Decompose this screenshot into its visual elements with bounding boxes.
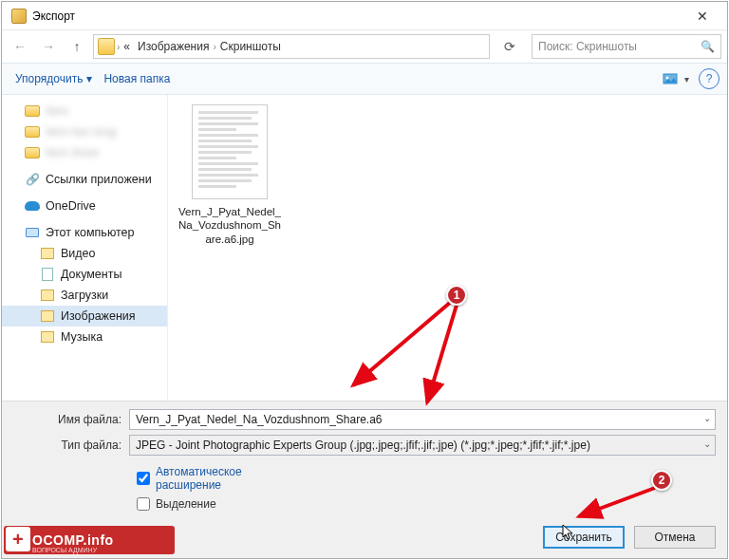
sidebar-item-video[interactable]: Видео [2, 243, 167, 264]
help-button[interactable]: ? [699, 68, 720, 89]
documents-icon [40, 267, 55, 282]
music-icon [40, 329, 55, 345]
cursor-icon [562, 524, 575, 543]
refresh-button[interactable]: ⟳ [497, 34, 522, 59]
cancel-button[interactable]: Отмена [634, 526, 716, 549]
annotation-marker-2: 2 [651, 470, 672, 491]
sidebar: Item Item two long Item three 🔗Ссылки пр… [2, 95, 168, 401]
checkbox-label: Автоматическое расширение [156, 465, 260, 492]
auto-extension-checkbox[interactable]: Автоматическое расширение [137, 465, 716, 492]
sidebar-item-this-pc[interactable]: Этот компьютер [2, 222, 167, 243]
sidebar-item-label: Загрузки [61, 289, 108, 302]
link-icon: 🔗 [25, 172, 40, 187]
search-input[interactable]: Поиск: Скриншоты 🔍 [532, 34, 721, 59]
sidebar-item-music[interactable]: Музыка [2, 327, 167, 347]
new-folder-label: Новая папка [103, 72, 170, 85]
sidebar-item-label: Видео [61, 247, 96, 260]
sidebar-item-label: Изображения [61, 309, 136, 323]
file-pane[interactable]: Vern_J_Pyat_Nedel_Na_Vozdushnom_Share.a6… [168, 95, 727, 401]
downloads-icon [40, 288, 55, 303]
checkbox-input[interactable] [137, 472, 150, 485]
button-label: Отмена [654, 531, 695, 544]
sidebar-item-onedrive[interactable]: OneDrive [2, 196, 167, 216]
pictures-icon [40, 308, 55, 324]
checkbox-label: Выделение [156, 497, 216, 511]
sidebar-item-app-links[interactable]: 🔗Ссылки приложени [2, 169, 167, 190]
chevron-down-icon[interactable]: ⌄ [703, 413, 711, 423]
search-placeholder: Поиск: Скриншоты [538, 40, 637, 53]
picture-icon [663, 71, 678, 86]
onedrive-icon [25, 198, 40, 214]
sidebar-item-label: OneDrive [46, 199, 96, 213]
sidebar-item-label: Документы [61, 268, 122, 281]
sidebar-item-label: Этот компьютер [46, 226, 134, 239]
app-icon [11, 9, 27, 24]
video-icon [40, 246, 55, 261]
sidebar-item-label: Ссылки приложени [46, 173, 152, 186]
new-folder-button[interactable]: Новая папка [98, 68, 176, 89]
save-button[interactable]: Сохранить [543, 526, 625, 549]
export-dialog: Экспорт ✕ ← → ↑ › « Изображения › Скринш… [1, 1, 728, 559]
chevron-down-icon[interactable]: ▾ [684, 74, 689, 84]
window-title: Экспорт [32, 9, 75, 23]
filetype-select[interactable]: JPEG - Joint Photographic Experts Group … [129, 435, 716, 456]
filename-label: Имя файла: [13, 413, 129, 426]
address-bar[interactable]: › « Изображения › Скриншоты [93, 34, 490, 59]
search-icon: 🔍 [701, 40, 715, 53]
view-mode-button[interactable] [660, 68, 681, 89]
sidebar-item-label: Музыка [61, 330, 103, 344]
dialog-body: Item Item two long Item three 🔗Ссылки пр… [2, 95, 727, 401]
chevron-down-icon[interactable]: ⌄ [703, 439, 711, 449]
watermark-text: OCOMP.info [32, 532, 114, 548]
annotation-marker-1: 1 [446, 285, 467, 306]
organize-label: Упорядочить [15, 72, 83, 85]
path-segment[interactable]: Скриншоты [216, 40, 285, 53]
chevron-down-icon: ▾ [86, 72, 92, 85]
filetype-label: Тип файла: [13, 439, 129, 452]
path-segment[interactable]: Изображения [134, 40, 213, 53]
toolbar: Упорядочить ▾ Новая папка ▾ ? [2, 63, 727, 95]
nav-row: ← → ↑ › « Изображения › Скриншоты ⟳ Поис… [2, 30, 727, 63]
path-prefix: « [120, 40, 134, 53]
titlebar: Экспорт ✕ [2, 2, 727, 30]
pc-icon [25, 225, 40, 240]
thumbnail-icon [192, 104, 268, 199]
filetype-value: JPEG - Joint Photographic Experts Group … [136, 439, 590, 452]
forward-button[interactable]: → [36, 34, 61, 59]
back-button[interactable]: ← [8, 34, 32, 59]
watermark: + OCOMP.info ВОПРОСЫ АДМИНУ [4, 526, 175, 554]
close-button[interactable]: ✕ [682, 3, 723, 29]
filename-input[interactable]: Vern_J_Pyat_Nedel_Na_Vozdushnom_Share.a6… [129, 409, 716, 430]
sidebar-item-pictures[interactable]: Изображения [2, 306, 167, 327]
filename-value: Vern_J_Pyat_Nedel_Na_Vozdushnom_Share.a6 [136, 413, 383, 426]
sidebar-item-documents[interactable]: Документы [2, 264, 167, 285]
plus-icon: + [6, 527, 30, 551]
sidebar-item[interactable]: Item [2, 101, 167, 121]
watermark-subtext: ВОПРОСЫ АДМИНУ [32, 547, 97, 553]
folder-icon [98, 38, 115, 55]
sidebar-item[interactable]: Item two long [2, 121, 167, 142]
up-button[interactable]: ↑ [65, 34, 89, 59]
file-item[interactable]: Vern_J_Pyat_Nedel_Na_Vozdushnom_Share.a6… [178, 104, 282, 246]
file-label: Vern_J_Pyat_Nedel_Na_Vozdushnom_Share.a6… [178, 205, 282, 246]
sidebar-item-downloads[interactable]: Загрузки [2, 285, 167, 306]
selection-checkbox[interactable]: Выделение [137, 497, 716, 511]
organize-button[interactable]: Упорядочить ▾ [9, 68, 98, 89]
checkbox-input[interactable] [137, 497, 150, 511]
sidebar-item[interactable]: Item three [2, 142, 167, 163]
